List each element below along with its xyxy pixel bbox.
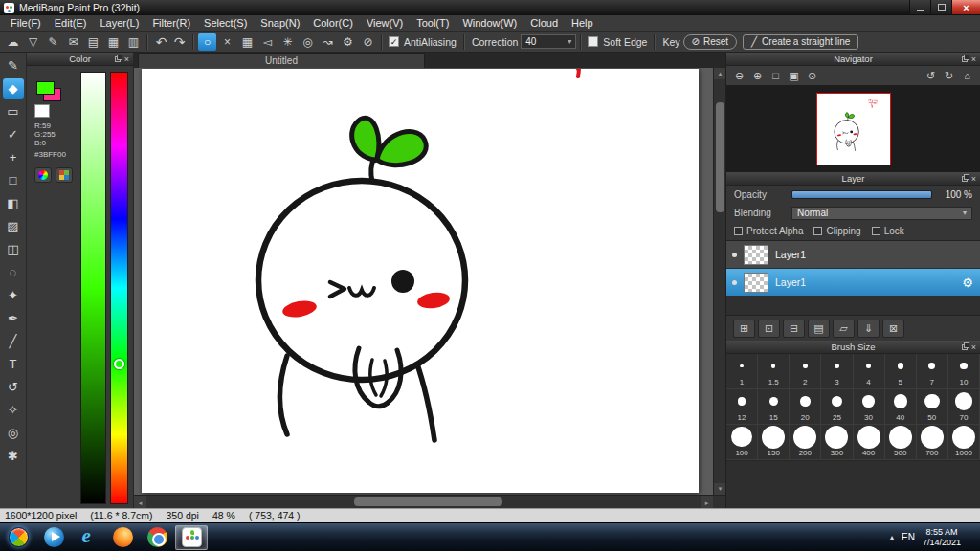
message-icon[interactable]: ✉: [64, 33, 82, 51]
reset-button[interactable]: ⊘ Reset: [683, 34, 738, 50]
menu-item-layer[interactable]: Layer(L): [93, 15, 145, 31]
popout-icon[interactable]: [962, 344, 968, 350]
horizontal-scroll-thumb[interactable]: [354, 497, 502, 506]
foreground-color-swatch[interactable]: [36, 81, 55, 95]
brush-size-5[interactable]: 5: [885, 354, 917, 389]
drawing-canvas[interactable]: [142, 69, 699, 493]
wand-tool-icon[interactable]: ✓: [3, 124, 24, 144]
pen-tool-icon[interactable]: ✎: [3, 55, 24, 76]
clear-layer-button[interactable]: ⊟: [783, 320, 805, 338]
brush-size-15[interactable]: 15: [758, 389, 790, 425]
brush-size-25[interactable]: 25: [821, 389, 853, 425]
snap-disable-icon[interactable]: ⊘: [359, 33, 377, 51]
brush-size-70[interactable]: 70: [948, 389, 980, 425]
menu-item-snap[interactable]: Snap(N): [254, 15, 306, 31]
close-icon[interactable]: ×: [971, 343, 976, 351]
select-tool-icon[interactable]: ▭: [3, 101, 24, 121]
snap-off-icon[interactable]: ○: [198, 33, 216, 51]
hue-cursor[interactable]: [114, 359, 124, 369]
palette-button[interactable]: [56, 167, 73, 183]
close-icon[interactable]: ×: [971, 175, 976, 183]
brush-size-400[interactable]: 400: [854, 425, 885, 460]
protect-alpha-checkbox[interactable]: [734, 227, 743, 235]
zoom-tool-icon[interactable]: ◎: [3, 423, 24, 443]
brush-size-100[interactable]: 100: [726, 425, 758, 460]
eyedropper-tool-icon[interactable]: ✧: [3, 400, 24, 420]
layer-visibility-icon[interactable]: [732, 253, 737, 257]
clock[interactable]: 8:55 AM 7/14/2021: [923, 527, 961, 548]
materials-icon[interactable]: ▥: [124, 33, 143, 51]
brush-size-500[interactable]: 500: [885, 425, 917, 460]
navigator-thumbnail[interactable]: [816, 93, 891, 165]
text-tool-icon[interactable]: T: [3, 354, 24, 374]
edit-icon[interactable]: ✎: [44, 33, 62, 51]
start-button[interactable]: [0, 523, 36, 551]
magic-wand-tool-icon[interactable]: ✦: [3, 285, 24, 305]
create-straight-line-button[interactable]: ╱ Create a straight line: [743, 34, 858, 50]
internet-explorer-taskbar-button[interactable]: [72, 525, 104, 550]
minimize-button[interactable]: [909, 0, 930, 14]
pages-icon[interactable]: ▤: [84, 33, 102, 51]
scroll-down-icon[interactable]: ▾: [714, 483, 725, 495]
brush-size-20[interactable]: 20: [790, 389, 821, 425]
brush-size-150[interactable]: 150: [758, 425, 790, 460]
pan-tool-icon[interactable]: ✱: [3, 446, 24, 466]
hue-gradient-bar[interactable]: [110, 72, 128, 504]
gradient-tool-icon[interactable]: ▨: [3, 216, 24, 236]
brush-size-12[interactable]: 12: [726, 389, 758, 425]
brush-size-3[interactable]: 3: [821, 354, 853, 389]
protect-alpha-option[interactable]: Protect Alpha: [734, 226, 803, 236]
vertical-scrollbar[interactable]: ▴ ▾: [713, 68, 725, 495]
layer-options-button[interactable]: ▤: [808, 320, 830, 338]
menu-item-cloud[interactable]: Cloud: [523, 15, 565, 31]
tray-expand-icon[interactable]: ▴: [890, 533, 894, 541]
transparent-color-swatch[interactable]: [34, 104, 50, 118]
zoom-out-icon[interactable]: ⊖: [731, 68, 747, 83]
snap-circle-icon[interactable]: ◎: [299, 33, 317, 51]
snap-settings-icon[interactable]: ⚙: [339, 33, 357, 51]
bucket-tool-icon[interactable]: ◧: [3, 193, 24, 213]
layer-row-selected[interactable]: Layer1 ⚙: [726, 269, 980, 297]
clipping-option[interactable]: Clipping: [813, 226, 860, 236]
snap-curve-icon[interactable]: ↝: [319, 33, 337, 51]
slice-tool-icon[interactable]: ╱: [3, 331, 24, 351]
redo-button[interactable]: ↷: [170, 33, 189, 51]
antialiasing-checkbox[interactable]: ✓: [389, 36, 399, 47]
lasso-tool-icon[interactable]: ◌: [3, 262, 24, 282]
brush-size-700[interactable]: 700: [917, 425, 948, 460]
actual-size-icon[interactable]: ▣: [786, 68, 802, 83]
menu-item-tool[interactable]: Tool(T): [410, 15, 456, 31]
rotate-ccw-icon[interactable]: ↺: [923, 68, 939, 83]
layer-folder-button[interactable]: ▱: [833, 320, 855, 338]
brush-size-10[interactable]: 10: [948, 354, 980, 389]
popout-icon[interactable]: [962, 176, 968, 182]
chrome-taskbar-button[interactable]: [141, 525, 173, 550]
brush-size-200[interactable]: 200: [790, 425, 821, 460]
color-wheel-button[interactable]: [34, 167, 52, 183]
brush-size-1[interactable]: 1: [726, 354, 758, 389]
title-bar[interactable]: MediBang Paint Pro (32bit) ×: [0, 0, 980, 15]
undo-button[interactable]: ↶: [152, 33, 170, 51]
lock-checkbox[interactable]: [872, 227, 880, 235]
language-indicator[interactable]: EN: [902, 532, 915, 542]
snap-radial-icon[interactable]: ✳: [278, 33, 297, 51]
brush-size-50[interactable]: 50: [917, 389, 948, 425]
reset-view-icon[interactable]: ⌂: [959, 68, 975, 83]
zoom-in-icon[interactable]: ⊕: [749, 68, 766, 83]
popout-icon[interactable]: [115, 56, 121, 62]
menu-item-select[interactable]: Select(S): [197, 15, 254, 31]
fit-window-icon[interactable]: □: [768, 68, 784, 83]
move-tool-icon[interactable]: +: [3, 147, 24, 167]
blending-dropdown[interactable]: Normal ▾: [791, 207, 972, 220]
menu-item-file[interactable]: File(F): [4, 15, 48, 31]
close-icon[interactable]: ×: [124, 55, 129, 63]
vertical-scroll-thumb[interactable]: [716, 102, 724, 212]
brush-size-7[interactable]: 7: [917, 354, 948, 389]
snap-parallel-icon[interactable]: ◅: [258, 33, 277, 51]
horizontal-scrollbar[interactable]: ◂ ▸: [134, 495, 725, 508]
brush-size-40[interactable]: 40: [885, 389, 917, 425]
menu-item-help[interactable]: Help: [565, 15, 600, 31]
snap-grid-icon[interactable]: ▦: [238, 33, 256, 51]
select-rect-tool-icon[interactable]: ◫: [3, 239, 24, 259]
soft-edge-checkbox[interactable]: [588, 36, 598, 47]
